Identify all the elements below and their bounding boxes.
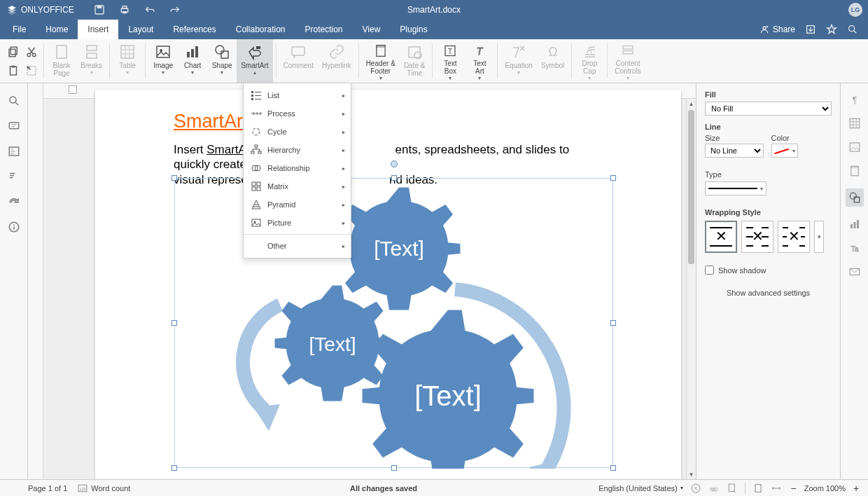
chart-settings-icon[interactable] [848, 218, 861, 230]
share-button[interactable]: Share [759, 24, 795, 35]
header-footer-button[interactable]: Header & Footer▾ [362, 39, 400, 83]
scroll-thumb[interactable] [688, 110, 694, 264]
chart-button[interactable]: Chart▾ [178, 39, 207, 83]
paste-icon[interactable] [7, 64, 20, 77]
hyperlink-button[interactable]: Hyperlink [318, 39, 356, 83]
save-icon[interactable] [94, 4, 105, 15]
textart-settings-icon[interactable]: Ta [848, 242, 861, 254]
symbol-button[interactable]: Ω Symbol [537, 39, 568, 83]
drop-cap-button[interactable]: A Drop Cap▾ [575, 39, 604, 83]
about-icon[interactable] [8, 221, 20, 233]
resize-handle-w[interactable] [172, 320, 177, 326]
zoom-level[interactable]: Zoom 100% [804, 484, 846, 492]
comments-icon[interactable] [8, 120, 20, 132]
tab-file[interactable]: File [3, 20, 36, 39]
smartart-button[interactable]: SmartArt▴ [237, 39, 272, 83]
select-all-icon[interactable] [25, 64, 38, 77]
ruler-corner[interactable] [69, 85, 77, 94]
gear-text-2[interactable]: [Text] [309, 333, 356, 355]
smartart-object[interactable]: [Text] [Text] [Text] [174, 178, 613, 468]
tab-references[interactable]: References [163, 20, 225, 39]
table-button[interactable]: Table▾ [113, 39, 142, 83]
gear-text-3[interactable]: [Text] [414, 380, 482, 411]
comment-button[interactable]: Comment [279, 39, 318, 83]
page-indicator[interactable]: Page 1 of 1 [28, 484, 67, 492]
chat-icon[interactable] [8, 170, 20, 183]
feedback-icon[interactable] [8, 195, 20, 208]
table-settings-icon[interactable] [848, 117, 861, 130]
smartart-cycle[interactable]: Cycle▸ [244, 123, 351, 141]
fit-page-icon[interactable] [752, 483, 764, 494]
smartart-pyramid[interactable]: Pyramid▸ [244, 195, 351, 214]
spellcheck-icon[interactable] [690, 483, 701, 494]
tab-home[interactable]: Home [36, 20, 78, 39]
fit-width-icon[interactable] [771, 483, 782, 494]
date-time-button[interactable]: Date & Time [400, 39, 430, 83]
doc-lang-icon[interactable]: ABC [708, 483, 720, 494]
blank-page-button[interactable]: Blank Page [47, 39, 76, 83]
scroll-up[interactable]: ▲ [687, 99, 696, 109]
resize-handle-se[interactable] [610, 465, 616, 471]
smartart-gears[interactable]: [Text] [Text] [Text] [175, 179, 614, 469]
vertical-ruler[interactable] [28, 83, 43, 479]
equation-button[interactable]: Equation▾ [500, 39, 536, 83]
text-box-button[interactable]: T Text Box▾ [435, 39, 465, 83]
tab-protection[interactable]: Protection [295, 20, 353, 39]
word-count-button[interactable]: 123 Word count [77, 483, 130, 494]
line-color-select[interactable]: ▾ [771, 144, 798, 158]
smartart-hierarchy[interactable]: Hierarchy▸ [244, 141, 351, 159]
wrap-more[interactable]: ▾ [814, 221, 824, 253]
zoom-in[interactable]: + [851, 483, 861, 494]
tab-plugins[interactable]: Plugins [390, 20, 437, 39]
header-settings-icon[interactable] [848, 165, 861, 177]
find-icon[interactable] [8, 95, 20, 107]
zoom-out[interactable]: − [789, 483, 799, 494]
favorite-icon[interactable] [826, 24, 837, 35]
image-settings-icon[interactable] [848, 141, 861, 153]
smartart-other[interactable]: Other▸ [244, 237, 351, 255]
tab-layout[interactable]: Layout [118, 20, 163, 39]
resize-handle-sw[interactable] [172, 465, 177, 471]
open-location-icon[interactable] [805, 24, 816, 35]
fill-select[interactable]: No Fill [705, 102, 832, 116]
user-avatar[interactable]: LG [848, 3, 862, 17]
track-changes-icon[interactable] [727, 483, 738, 494]
resize-handle-s[interactable] [391, 465, 397, 471]
tab-collaboration[interactable]: Collaboration [226, 20, 295, 39]
content-controls-button[interactable]: Content Controls▾ [610, 39, 645, 83]
show-shadow-checkbox[interactable] [705, 266, 714, 275]
smartart-picture[interactable]: Picture▸ [244, 214, 351, 232]
undo-icon[interactable] [144, 4, 155, 15]
smartart-list[interactable]: List▸ [244, 86, 351, 104]
cut-icon[interactable] [25, 46, 38, 58]
mail-merge-icon[interactable] [848, 266, 861, 278]
vertical-scrollbar[interactable]: ▲ ▼ [686, 99, 696, 479]
tab-insert[interactable]: Insert [78, 20, 118, 39]
search-icon[interactable] [847, 24, 858, 35]
redo-icon[interactable] [169, 4, 181, 15]
resize-handle-ne[interactable] [610, 175, 616, 181]
gear-text-1[interactable]: [Text] [374, 237, 424, 260]
paragraph-settings-icon[interactable]: ¶ [848, 93, 861, 106]
tab-view[interactable]: View [353, 20, 391, 39]
language-selector[interactable]: English (United States)▾ [598, 484, 683, 492]
shape-settings-icon[interactable] [846, 188, 864, 207]
breaks-button[interactable]: Breaks▾ [76, 39, 106, 83]
page[interactable]: SmartArt g Insert SmartArt ele XXXXXXXXX… [95, 90, 681, 479]
text-art-button[interactable]: T Text Art▾ [465, 39, 494, 83]
wrap-square[interactable]: ✕ [741, 221, 774, 253]
shape-button[interactable]: Shape▾ [207, 39, 237, 83]
wrap-tight[interactable]: ✕ [778, 221, 810, 253]
resize-handle-e[interactable] [610, 320, 616, 326]
scroll-down[interactable]: ▼ [687, 469, 696, 479]
line-type-select[interactable]: ▾ [705, 181, 766, 195]
document-heading[interactable]: SmartArt g [174, 111, 603, 132]
smartart-matrix[interactable]: Matrix▸ [244, 177, 351, 195]
resize-handle-n[interactable] [391, 175, 397, 181]
headings-icon[interactable] [8, 145, 20, 158]
rotate-handle[interactable] [391, 160, 398, 167]
image-button[interactable]: Image▾ [148, 39, 178, 83]
resize-handle-nw[interactable] [172, 175, 177, 181]
line-size-select[interactable]: No Line [705, 144, 764, 158]
print-icon[interactable] [119, 4, 130, 15]
